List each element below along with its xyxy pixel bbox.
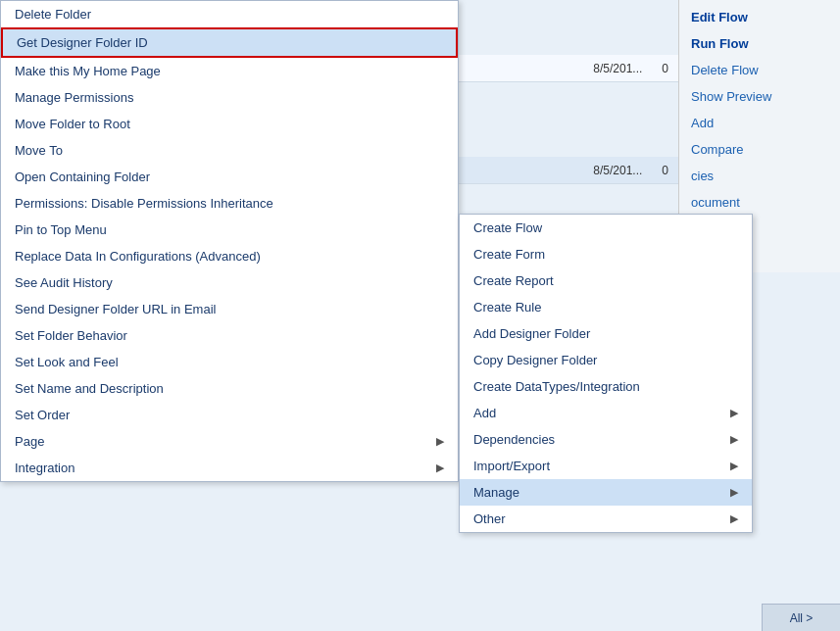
left-menu-item-page[interactable]: Page▶ bbox=[1, 428, 458, 455]
left-menu-item-send-url-email[interactable]: Send Designer Folder URL in Email bbox=[1, 296, 458, 322]
left-menu-item-set-folder-behavior[interactable]: Set Folder Behavior bbox=[1, 322, 458, 349]
left-menu-label-open-containing-folder: Open Containing Folder bbox=[15, 170, 150, 184]
center-menu-label-add-designer-folder: Add Designer Folder bbox=[473, 326, 590, 341]
left-menu-label-make-home-page: Make this My Home Page bbox=[15, 64, 161, 78]
center-menu-item-import-export[interactable]: Import/Export▶ bbox=[460, 453, 752, 479]
left-menu-item-integration[interactable]: Integration▶ bbox=[1, 455, 458, 481]
left-menu-label-move-to: Move To bbox=[15, 143, 63, 158]
center-menu-label-create-flow: Create Flow bbox=[473, 220, 542, 235]
left-menu-label-set-folder-behavior: Set Folder Behavior bbox=[15, 328, 127, 343]
left-menu-item-get-designer-folder-id[interactable]: Get Designer Folder ID bbox=[1, 27, 458, 58]
center-menu-item-dependencies[interactable]: Dependencies▶ bbox=[460, 426, 752, 453]
center-menu-label-create-rule: Create Rule bbox=[473, 300, 541, 315]
center-menu-item-other[interactable]: Other▶ bbox=[460, 506, 752, 532]
table-date-2: 8/5/201... bbox=[593, 164, 642, 177]
left-menu-label-set-order: Set Order bbox=[15, 408, 70, 422]
center-menu-label-create-report: Create Report bbox=[473, 273, 554, 288]
center-menu-item-add-designer-folder[interactable]: Add Designer Folder bbox=[460, 320, 752, 347]
left-menu-item-manage-permissions[interactable]: Manage Permissions bbox=[1, 84, 458, 111]
center-menu-label-import-export: Import/Export bbox=[473, 459, 550, 473]
left-menu-item-set-look-feel[interactable]: Set Look and Feel bbox=[1, 349, 458, 375]
right-panel-item-edit-flow[interactable]: Edit Flow bbox=[679, 4, 840, 30]
center-menu-arrow-manage: ▶ bbox=[730, 486, 738, 499]
right-panel-item-show-preview[interactable]: Show Preview bbox=[679, 83, 840, 110]
center-menu-label-other: Other bbox=[473, 511, 506, 526]
center-menu-item-add[interactable]: Add▶ bbox=[460, 400, 752, 426]
left-menu-item-permissions-disable[interactable]: Permissions: Disable Permissions Inherit… bbox=[1, 190, 458, 217]
center-menu-arrow-import-export: ▶ bbox=[730, 460, 738, 472]
left-menu-item-move-to[interactable]: Move To bbox=[1, 137, 458, 164]
table-date-1: 8/5/201... bbox=[593, 62, 642, 75]
table-row-2: 8/5/201... 0 bbox=[459, 157, 678, 184]
left-menu-item-see-audit-history[interactable]: See Audit History bbox=[1, 269, 458, 296]
left-menu-item-set-name-desc[interactable]: Set Name and Description bbox=[1, 375, 458, 402]
right-panel-item-run-flow[interactable]: Run Flow bbox=[679, 30, 840, 57]
center-submenu: Create FlowCreate FormCreate ReportCreat… bbox=[459, 214, 753, 533]
right-panel-item-add[interactable]: Add bbox=[679, 110, 840, 136]
left-menu-label-send-url-email: Send Designer Folder URL in Email bbox=[15, 302, 216, 316]
left-menu-label-replace-data: Replace Data In Configurations (Advanced… bbox=[15, 249, 261, 264]
table-row-1: 8/5/201... 0 bbox=[459, 55, 678, 82]
left-menu-label-permissions-disable: Permissions: Disable Permissions Inherit… bbox=[15, 196, 273, 211]
left-menu-label-delete-folder: Delete Folder bbox=[15, 7, 91, 22]
center-menu-item-create-form[interactable]: Create Form bbox=[460, 241, 752, 267]
left-menu-item-set-order[interactable]: Set Order bbox=[1, 402, 458, 428]
left-menu-label-page: Page bbox=[15, 434, 44, 449]
center-menu-item-copy-designer-folder[interactable]: Copy Designer Folder bbox=[460, 347, 752, 373]
right-panel-item-document[interactable]: ocument bbox=[679, 189, 840, 216]
left-menu-item-make-home-page[interactable]: Make this My Home Page bbox=[1, 58, 458, 84]
table-count-1: 0 bbox=[662, 62, 668, 75]
left-menu-label-get-designer-folder-id: Get Designer Folder ID bbox=[17, 35, 148, 50]
left-menu-item-replace-data[interactable]: Replace Data In Configurations (Advanced… bbox=[1, 243, 458, 269]
all-button[interactable]: All > bbox=[790, 611, 814, 625]
left-menu-label-move-folder-to-root: Move Folder to Root bbox=[15, 117, 130, 131]
center-menu-item-create-flow[interactable]: Create Flow bbox=[460, 215, 752, 241]
center-menu-item-create-rule[interactable]: Create Rule bbox=[460, 294, 752, 320]
center-menu-label-add: Add bbox=[473, 406, 496, 420]
bottom-bar: All > bbox=[762, 604, 840, 631]
left-menu-item-delete-folder[interactable]: Delete Folder bbox=[1, 1, 458, 27]
left-menu-arrow-integration: ▶ bbox=[436, 461, 444, 474]
right-panel-item-delete-flow[interactable]: Delete Flow bbox=[679, 57, 840, 83]
table-count-2: 0 bbox=[662, 164, 668, 177]
left-menu-arrow-page: ▶ bbox=[436, 435, 444, 448]
center-menu-item-manage[interactable]: Manage▶ bbox=[460, 479, 752, 506]
center-menu-label-copy-designer-folder: Copy Designer Folder bbox=[473, 353, 597, 367]
left-menu-item-move-folder-to-root[interactable]: Move Folder to Root bbox=[1, 111, 458, 137]
center-menu-arrow-add: ▶ bbox=[730, 407, 738, 419]
left-menu-label-set-look-feel: Set Look and Feel bbox=[15, 355, 119, 369]
right-panel-item-cies[interactable]: cies bbox=[679, 163, 840, 189]
center-menu-arrow-dependencies: ▶ bbox=[730, 433, 738, 446]
center-menu-label-dependencies: Dependencies bbox=[473, 432, 555, 447]
left-context-menu: Delete FolderGet Designer Folder IDMake … bbox=[0, 0, 459, 482]
center-menu-label-create-datatypes: Create DataTypes/Integration bbox=[473, 379, 640, 394]
center-menu-label-manage: Manage bbox=[473, 485, 519, 500]
center-menu-item-create-datatypes[interactable]: Create DataTypes/Integration bbox=[460, 373, 752, 400]
left-menu-item-pin-to-top-menu[interactable]: Pin to Top Menu bbox=[1, 217, 458, 243]
left-menu-label-see-audit-history: See Audit History bbox=[15, 275, 113, 290]
left-menu-label-pin-to-top-menu: Pin to Top Menu bbox=[15, 222, 107, 237]
center-menu-label-create-form: Create Form bbox=[473, 247, 545, 262]
center-menu-arrow-other: ▶ bbox=[730, 512, 738, 525]
left-menu-label-set-name-desc: Set Name and Description bbox=[15, 381, 164, 396]
left-menu-item-open-containing-folder[interactable]: Open Containing Folder bbox=[1, 164, 458, 190]
left-menu-label-integration: Integration bbox=[15, 461, 74, 475]
center-menu-item-create-report[interactable]: Create Report bbox=[460, 267, 752, 294]
left-menu-label-manage-permissions: Manage Permissions bbox=[15, 90, 133, 105]
right-panel-item-compare[interactable]: Compare bbox=[679, 136, 840, 163]
